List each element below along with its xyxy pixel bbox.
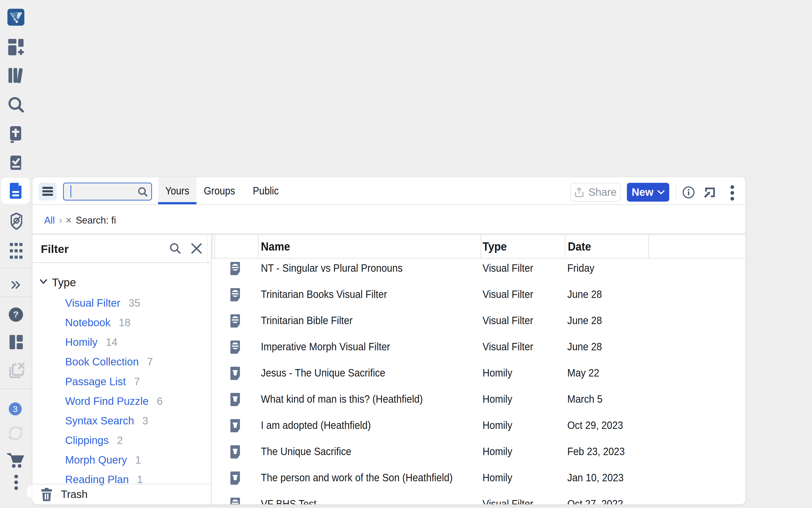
svg-text:3: 3 — [13, 404, 18, 414]
svg-text:?: ? — [13, 309, 19, 320]
